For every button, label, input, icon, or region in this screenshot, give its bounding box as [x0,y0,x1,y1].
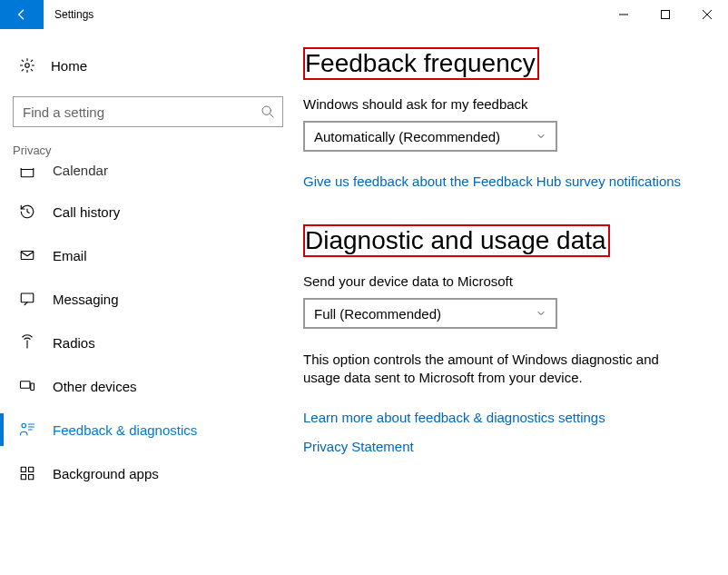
sidebar-section-label: Privacy [13,144,281,157]
feedback-frequency-select[interactable]: Automatically (Recommended) [303,121,557,152]
maximize-button[interactable] [644,0,686,29]
sidebar-item-label: Calendar [53,163,108,178]
svg-rect-10 [29,467,34,471]
arrow-left-icon [15,7,29,22]
minimize-button[interactable] [603,0,644,29]
email-icon [18,247,36,263]
minimize-icon [619,10,628,19]
radios-icon [18,334,36,351]
gear-icon [18,57,36,74]
feedback-hub-link[interactable]: Give us feedback about the Feedback Hub … [303,173,681,189]
devices-icon [18,378,36,394]
background-apps-icon [18,465,36,481]
sidebar-item-call-history[interactable]: Call history [13,190,281,233]
search-icon [261,104,275,119]
learn-more-link[interactable]: Learn more about feedback & diagnostics … [303,410,605,425]
sidebar-item-label: Feedback & diagnostics [53,422,197,438]
svg-point-1 [25,64,30,68]
sidebar-item-radios[interactable]: Radios [13,321,281,364]
feedback-icon [18,421,36,438]
search-box[interactable] [13,96,283,127]
sidebar-item-label: Email [53,248,87,263]
svg-rect-0 [662,11,670,19]
svg-rect-5 [21,293,34,302]
chevron-down-icon [536,308,546,319]
svg-point-8 [22,423,26,428]
window-title: Settings [44,0,93,29]
sidebar-item-calendar[interactable]: Calendar [13,168,281,190]
section-heading-diagnostic: Diagnostic and usage data [303,224,610,257]
search-input[interactable] [23,104,261,120]
home-link[interactable]: Home [13,45,281,85]
svg-rect-6 [21,382,31,389]
back-button[interactable] [0,0,44,29]
svg-point-2 [262,106,271,114]
section-heading-feedback: Feedback frequency [303,47,539,80]
svg-rect-7 [31,383,34,391]
sidebar-item-email[interactable]: Email [13,233,281,277]
sidebar-item-label: Other devices [53,379,137,394]
title-bar: Settings [0,0,728,29]
chevron-down-icon [536,131,546,142]
send-data-label: Send your device data to Microsoft [303,273,701,289]
maximize-icon [661,10,670,19]
close-icon [703,10,712,19]
main-pane: Feedback frequency Windows should ask fo… [290,29,728,575]
select-value: Automatically (Recommended) [314,129,500,144]
sidebar-item-label: Radios [53,335,95,351]
sidebar-item-label: Call history [53,204,120,220]
svg-rect-9 [21,467,25,471]
privacy-statement-link[interactable]: Privacy Statement [303,439,414,454]
history-icon [18,203,36,220]
calendar-icon [18,168,36,179]
svg-rect-4 [21,252,34,260]
svg-rect-12 [29,475,34,480]
diagnostic-data-select[interactable]: Full (Recommended) [303,298,557,329]
sidebar-item-feedback-diagnostics[interactable]: Feedback & diagnostics [13,408,281,451]
sidebar-item-other-devices[interactable]: Other devices [13,364,281,408]
sidebar: Home Privacy Calendar Call history [0,29,290,575]
feedback-ask-label: Windows should ask for my feedback [303,96,701,112]
sidebar-item-label: Messaging [53,292,119,307]
close-button[interactable] [686,0,728,29]
sidebar-item-background-apps[interactable]: Background apps [13,451,281,495]
home-label: Home [51,58,87,74]
sidebar-item-messaging[interactable]: Messaging [13,277,281,321]
sidebar-item-label: Background apps [53,466,159,481]
select-value: Full (Recommended) [314,306,441,322]
diagnostic-description: This option controls the amount of Windo… [303,351,684,388]
messaging-icon [18,291,36,307]
svg-rect-11 [21,475,25,480]
